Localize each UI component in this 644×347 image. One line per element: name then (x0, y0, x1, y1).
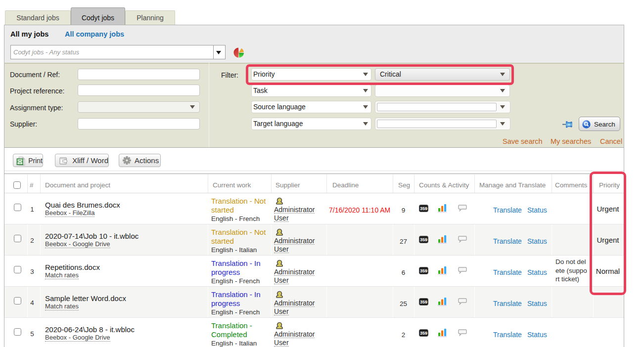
svg-text:359: 359 (420, 331, 427, 336)
svg-text:359: 359 (420, 237, 427, 242)
svg-text:359: 359 (420, 300, 427, 304)
svg-text:359: 359 (420, 268, 427, 273)
svg-text:359: 359 (420, 206, 427, 211)
